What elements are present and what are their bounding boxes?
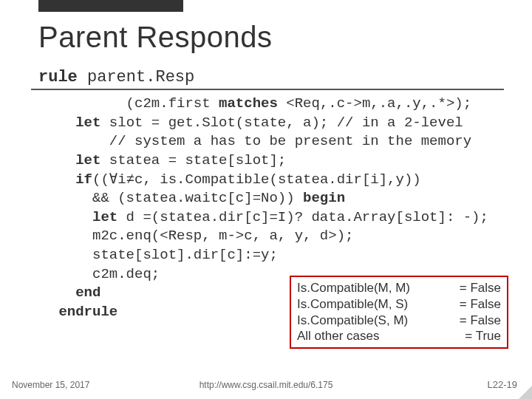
- code-comment: // system a has to be present in the mem…: [50, 133, 471, 149]
- box-row: All other cases= True: [297, 328, 501, 344]
- keyword-matches: matches: [219, 95, 278, 112]
- box-right: = False: [460, 313, 501, 329]
- keyword-if: if: [50, 171, 92, 188]
- box-right: = False: [460, 296, 501, 313]
- code-text: statea = state[slot];: [100, 152, 286, 168]
- code-text: slot = get.Slot(state, a); // in a 2-lev…: [100, 115, 463, 131]
- title-underline: [31, 89, 504, 90]
- code-text: c2m.deq;: [50, 266, 160, 282]
- box-row: Is.Compatible(S, M)= False: [297, 313, 501, 329]
- compatibility-box: Is.Compatible(M, M)= False Is.Compatible…: [290, 276, 508, 349]
- keyword-begin: begin: [303, 190, 345, 206]
- box-left: Is.Compatible(M, M): [297, 280, 410, 296]
- box-left: All other cases: [297, 328, 380, 344]
- keyword-let: let: [50, 209, 117, 225]
- accent-bar: [38, 0, 183, 12]
- box-left: Is.Compatible(M, S): [297, 296, 408, 313]
- code-text: && (statea.waitc[c]=No)): [50, 190, 303, 206]
- keyword-endrule: endrule: [50, 304, 117, 320]
- code-text: state[slot].dir[c]:=y;: [50, 247, 278, 263]
- code-text: <Req,.c->m,.a,.y,.*>);: [278, 95, 471, 112]
- rule-name: parent.Resp: [78, 68, 194, 86]
- rule-declaration: rule parent.Resp: [38, 68, 194, 86]
- box-row: Is.Compatible(M, M)= False: [297, 280, 501, 296]
- box-left: Is.Compatible(S, M): [297, 313, 408, 329]
- code-text: (c2m.first: [50, 95, 219, 112]
- keyword-rule: rule: [38, 68, 78, 86]
- slide: Parent Responds rule parent.Resp (c2m.fi…: [0, 0, 532, 399]
- code-text: d =(statea.dir[c]=I)? data.Array[slot]: …: [117, 209, 488, 225]
- page-corner-icon: [519, 386, 532, 399]
- footer-page: L22-19: [488, 379, 517, 390]
- code-text: m2c.enq(<Resp, m->c, a, y, d>);: [50, 228, 353, 244]
- box-right: = False: [460, 280, 501, 296]
- footer-url: http://www.csg.csail.mit.edu/6.175: [0, 380, 532, 390]
- keyword-end: end: [50, 284, 100, 301]
- box-row: Is.Compatible(M, S)= False: [297, 296, 501, 313]
- keyword-let: let: [50, 152, 100, 168]
- slide-title: Parent Responds: [38, 21, 273, 54]
- keyword-let: let: [50, 115, 100, 131]
- box-right: = True: [465, 328, 501, 344]
- code-text: ((∀i≠c, is.Compatible(statea.dir[i],y)): [92, 171, 421, 188]
